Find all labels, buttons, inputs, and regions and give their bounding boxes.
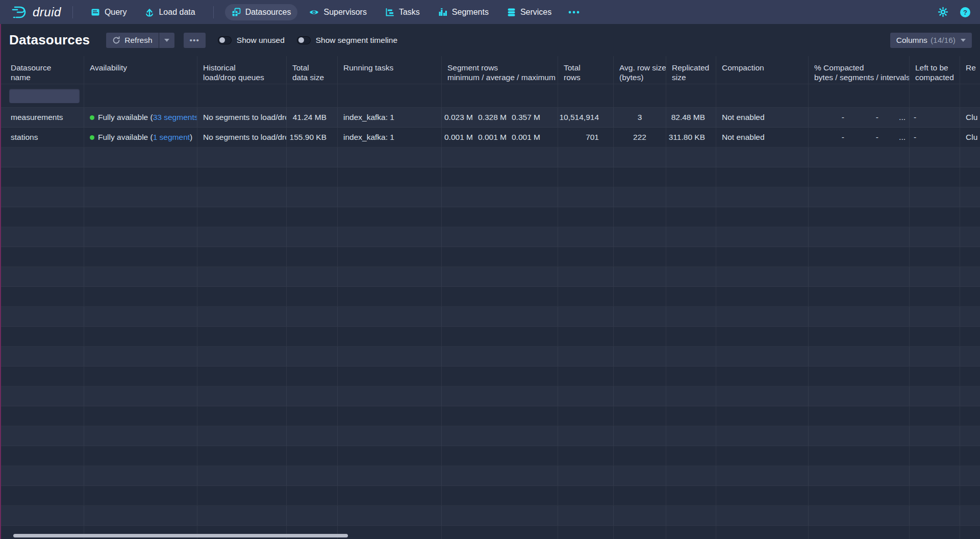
nav-item-query[interactable]: Query xyxy=(84,4,134,20)
empty-table-row xyxy=(0,386,980,406)
column-header-avg-row-size[interactable]: Avg. row size(bytes) xyxy=(614,56,666,84)
column-header-total-rows[interactable]: Totalrows xyxy=(558,56,614,84)
nav-item-label: Services xyxy=(520,8,551,17)
refresh-label: Refresh xyxy=(124,36,152,45)
availability-text: Fully available ( xyxy=(98,133,153,142)
show-segment-timeline-toggle[interactable]: Show segment timeline xyxy=(297,36,397,45)
druid-logo[interactable]: druid xyxy=(11,5,61,20)
gear-icon[interactable] xyxy=(938,7,948,17)
column-header-left-to-be-compacted[interactable]: Left to becompacted xyxy=(910,56,960,84)
column-header-retention[interactable]: Re xyxy=(960,56,980,84)
horizontal-scrollbar[interactable] xyxy=(13,534,348,537)
availability-cell: Fully available (33 segments) xyxy=(84,108,197,127)
nav-item-label: Supervisors xyxy=(323,8,366,17)
refresh-dropdown-button[interactable] xyxy=(159,33,174,48)
nav-more-button[interactable] xyxy=(563,7,585,17)
empty-table-row xyxy=(0,148,980,167)
page-title: Datasources xyxy=(9,32,90,48)
empty-table-row xyxy=(0,506,980,526)
datasources-table: Datasourcename Availability Historicallo… xyxy=(0,56,980,539)
column-header-total-data-size[interactable]: Totaldata size xyxy=(287,56,338,84)
top-nav: druid Query Load data xyxy=(0,0,980,24)
nav-item-services[interactable]: Services xyxy=(500,4,558,20)
table-row-measurements[interactable]: measurements Fully available (33 segment… xyxy=(0,108,980,128)
nav-item-label: Tasks xyxy=(399,8,420,17)
datasources-icon xyxy=(232,8,241,17)
nav-item-segments[interactable]: Segments xyxy=(432,4,495,20)
avg-row-size-cell: 3 xyxy=(614,108,666,127)
total-rows-cell: 10,514,914 xyxy=(558,108,614,127)
left-to-compact-cell: - xyxy=(910,128,960,147)
show-segment-timeline-switch[interactable] xyxy=(297,36,311,44)
columns-button[interactable]: Columns (14/16) xyxy=(890,33,972,48)
compaction-cell: Not enabled xyxy=(716,128,809,147)
nav-item-label: Query xyxy=(105,8,127,17)
retention-cell: Clu xyxy=(960,108,980,127)
pct-compacted-cell: --... xyxy=(809,128,910,147)
empty-table-row xyxy=(0,167,980,187)
compaction-cell: Not enabled xyxy=(716,108,809,127)
datasource-name-cell: stations xyxy=(0,128,84,147)
column-header-datasource-name[interactable]: Datasourcename xyxy=(0,56,84,84)
column-header-running-tasks[interactable]: Running tasks xyxy=(338,56,442,84)
table-header-row: Datasourcename Availability Historicallo… xyxy=(0,56,980,84)
running-tasks-cell: index_kafka: 1 xyxy=(338,128,442,147)
nav-item-label: Datasources xyxy=(245,8,291,17)
empty-table-row xyxy=(0,446,980,466)
load-data-icon xyxy=(145,8,154,17)
query-icon xyxy=(91,8,100,17)
replicated-size-cell: 311.80 KB xyxy=(666,128,716,147)
pct-compacted-cell: --... xyxy=(809,108,910,127)
chevron-down-icon xyxy=(961,39,966,42)
column-header-compaction[interactable]: Compaction xyxy=(716,56,809,84)
empty-table-row xyxy=(0,287,980,307)
total-data-size-cell: 155.90 KB xyxy=(287,128,338,147)
segment-rows-cell: 0.001 M0.001 M0.001 M xyxy=(442,128,558,147)
segments-link[interactable]: 33 segments xyxy=(153,113,197,122)
nav-divider xyxy=(213,6,214,18)
historical-queues-cell: No segments to load/drop xyxy=(197,108,287,127)
availability-text: ) xyxy=(190,133,192,142)
empty-table-row xyxy=(0,466,980,486)
nav-divider xyxy=(72,6,73,18)
available-dot-icon xyxy=(90,135,94,140)
empty-table-row xyxy=(0,347,980,366)
gantt-icon xyxy=(385,8,394,17)
total-rows-cell: 701 xyxy=(558,128,614,147)
columns-count: (14/16) xyxy=(931,36,956,45)
nav-item-tasks[interactable]: Tasks xyxy=(379,4,426,20)
logo-wordmark: druid xyxy=(33,5,61,19)
window-left-edge xyxy=(0,24,1,539)
show-unused-toggle[interactable]: Show unused xyxy=(218,36,285,45)
column-header-historical[interactable]: Historicalload/drop queues xyxy=(197,56,287,84)
druid-swirl-icon xyxy=(11,5,29,20)
empty-table-row xyxy=(0,327,980,347)
column-header-availability[interactable]: Availability xyxy=(84,56,197,84)
svg-text:?: ? xyxy=(963,8,967,16)
nav-item-datasources[interactable]: Datasources xyxy=(225,4,298,20)
table-row-stations[interactable]: stations Fully available (1 segment) No … xyxy=(0,128,980,148)
column-header-replicated-size[interactable]: Replicatedsize xyxy=(666,56,716,84)
segments-link[interactable]: 1 segment xyxy=(153,133,190,142)
toolbar: Datasources Refresh ••• Show unused Show… xyxy=(0,24,980,56)
datasource-filter-input[interactable] xyxy=(9,89,80,103)
nav-item-label: Load data xyxy=(159,8,195,17)
avg-row-size-cell: 222 xyxy=(614,128,666,147)
bar-chart-icon xyxy=(438,8,447,17)
empty-table-row xyxy=(0,207,980,227)
segment-rows-cell: 0.023 M0.328 M0.357 M xyxy=(442,108,558,127)
nav-item-supervisors[interactable]: Supervisors xyxy=(303,4,373,20)
empty-table-row xyxy=(0,227,980,247)
refresh-icon xyxy=(112,36,120,44)
chevron-down-icon xyxy=(164,39,169,42)
empty-table-row xyxy=(0,406,980,426)
nav-item-load-data[interactable]: Load data xyxy=(138,4,202,20)
show-unused-switch[interactable] xyxy=(218,36,232,44)
available-dot-icon xyxy=(90,115,94,120)
column-header-segment-rows[interactable]: Segment rowsminimum / average / maximum xyxy=(442,56,558,84)
refresh-button[interactable]: Refresh xyxy=(106,33,158,48)
help-icon[interactable]: ? xyxy=(960,7,971,18)
refresh-button-group: Refresh xyxy=(106,33,174,48)
column-header-pct-compacted[interactable]: % Compactedbytes / segments / intervals xyxy=(809,56,910,84)
toolbar-more-button[interactable]: ••• xyxy=(184,33,206,48)
